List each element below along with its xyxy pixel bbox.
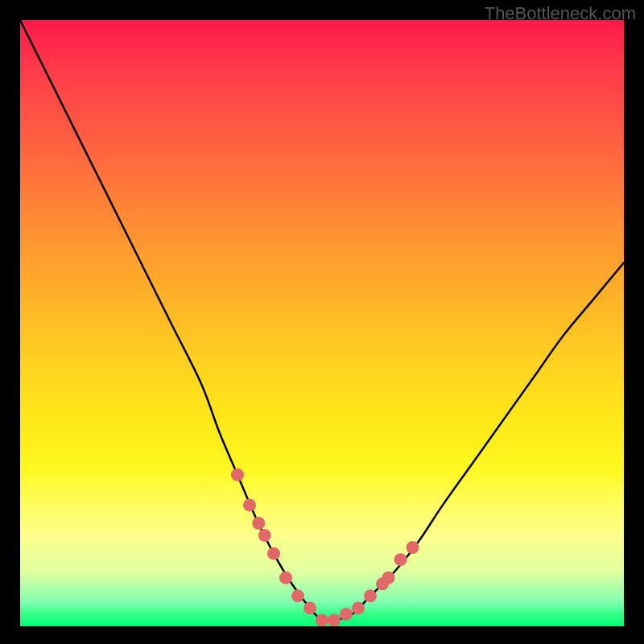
highlight-marker — [291, 589, 304, 602]
highlight-markers — [231, 469, 419, 626]
highlight-marker — [407, 541, 419, 554]
highlight-marker — [267, 547, 280, 560]
highlight-marker — [252, 517, 265, 530]
highlight-marker — [364, 589, 377, 602]
bottleneck-curve-svg — [20, 20, 624, 626]
highlight-marker — [328, 613, 341, 626]
highlight-marker — [243, 498, 256, 511]
highlight-marker — [303, 601, 316, 614]
highlight-marker — [394, 553, 407, 566]
watermark-text: TheBottleneck.com — [485, 3, 636, 24]
highlight-marker — [231, 469, 244, 481]
chart-plot-area — [20, 20, 624, 626]
highlight-marker — [382, 572, 395, 584]
highlight-marker — [316, 613, 328, 626]
highlight-marker — [258, 529, 271, 542]
highlight-marker — [279, 572, 292, 584]
bottleneck-curve-path — [20, 20, 624, 621]
highlight-marker — [352, 601, 365, 614]
highlight-marker — [340, 608, 353, 621]
